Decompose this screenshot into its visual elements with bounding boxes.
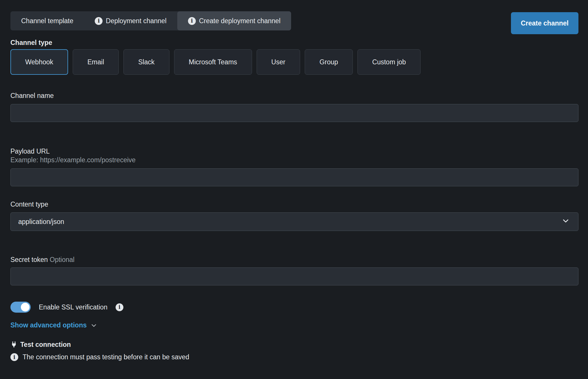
tab-deployment-channel[interactable]: i Deployment channel [84, 11, 177, 30]
plug-icon [10, 341, 17, 348]
channel-type-microsoft-teams[interactable]: Microsoft Teams [174, 49, 252, 75]
info-icon: i [188, 17, 196, 25]
channel-type-user[interactable]: User [257, 49, 300, 75]
payload-url-label: Payload URL [10, 147, 578, 156]
create-channel-button[interactable]: Create channel [511, 12, 578, 34]
secret-token-label-text: Secret token [10, 256, 48, 263]
show-advanced-options-label: Show advanced options [10, 321, 87, 329]
tab-label: Deployment channel [106, 17, 167, 25]
content-type-selected-value: application/json [18, 218, 64, 226]
chevron-down-icon [562, 217, 569, 226]
content-type-select[interactable]: application/json [10, 212, 578, 231]
channel-type-label: Channel type [10, 38, 578, 47]
channel-type-webhook[interactable]: Webhook [10, 49, 68, 75]
channel-type-options: Webhook Email Slack Microsoft Teams User… [10, 49, 578, 75]
tab-create-deployment-channel[interactable]: i Create deployment channel [177, 11, 291, 30]
tab-channel-template[interactable]: Channel template [10, 11, 84, 30]
channel-tabs: Channel template i Deployment channel i … [10, 11, 291, 30]
channel-type-custom-job[interactable]: Custom job [357, 49, 421, 75]
toggle-knob [21, 303, 30, 311]
chevron-down-icon [91, 322, 97, 329]
test-connection-heading: Test connection [10, 341, 578, 349]
info-icon[interactable]: i [116, 303, 123, 311]
secret-token-input[interactable] [10, 267, 578, 285]
test-connection-note: The connection must pass testing before … [23, 353, 189, 361]
info-icon: i [95, 17, 103, 25]
ssl-verification-label: Enable SSL verification [39, 303, 107, 311]
ssl-verification-toggle[interactable] [10, 302, 31, 313]
tab-label: Channel template [21, 17, 73, 25]
channel-name-label: Channel name [10, 91, 578, 100]
info-icon: i [10, 353, 18, 361]
tab-label: Create deployment channel [199, 17, 280, 25]
ssl-verification-row: Enable SSL verification i [10, 302, 578, 313]
test-connection-note-row: i The connection must pass testing befor… [10, 353, 578, 361]
test-connection-title: Test connection [20, 341, 71, 349]
channel-type-group[interactable]: Group [305, 49, 353, 75]
payload-url-hint: Example: https://example.com/postreceive [10, 156, 578, 164]
payload-url-input[interactable] [10, 168, 578, 186]
channel-type-slack[interactable]: Slack [123, 49, 169, 75]
secret-token-optional-badge: Optional [50, 256, 75, 263]
content-type-label: Content type [10, 200, 578, 209]
channel-type-email[interactable]: Email [73, 49, 119, 75]
top-row: Channel template i Deployment channel i … [10, 11, 578, 34]
secret-token-label: Secret token Optional [10, 255, 578, 264]
channel-name-input[interactable] [10, 104, 578, 122]
show-advanced-options-link[interactable]: Show advanced options [10, 321, 97, 329]
create-channel-page: Channel template i Deployment channel i … [10, 0, 578, 361]
